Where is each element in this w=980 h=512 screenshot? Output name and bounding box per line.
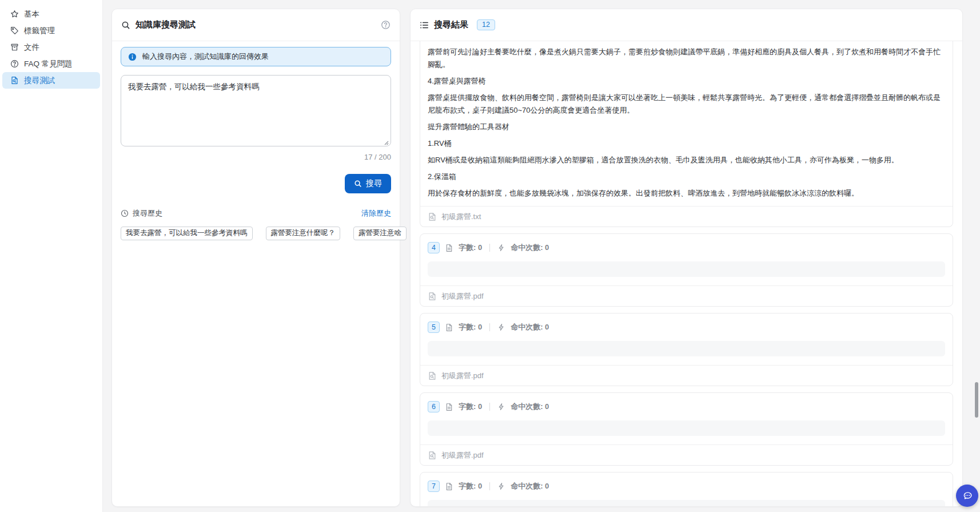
document-icon bbox=[445, 323, 453, 332]
char-counter: 17 / 200 bbox=[121, 153, 391, 161]
thunderbolt-icon bbox=[497, 403, 505, 411]
result-file-name: 初級露營.pdf bbox=[441, 371, 484, 381]
file-search-icon bbox=[428, 371, 437, 380]
result-card-4: 4 字數: 0 命中次數: 0 初級露營.pdf bbox=[420, 233, 953, 307]
info-alert-text: 輸入搜尋內容，測試知識庫的回傳效果 bbox=[142, 51, 269, 62]
result-file-name: 初級露營.pdf bbox=[441, 291, 484, 301]
result-paragraph: 如RV桶或是收納箱這類能夠阻絕雨水滲入的塑膠箱，適合放置換洗的衣物、毛巾及盥洗用… bbox=[428, 154, 945, 166]
sidebar-item-label: 搜尋測試 bbox=[24, 76, 55, 86]
result-paragraph: 2.保溫箱 bbox=[428, 170, 945, 183]
chat-button[interactable] bbox=[956, 485, 978, 507]
file-search-icon bbox=[428, 212, 437, 221]
history-chip[interactable]: 露營要注意啥 bbox=[353, 227, 407, 240]
thunderbolt-icon bbox=[497, 482, 505, 490]
search-icon bbox=[121, 21, 130, 30]
result-index-badge: 5 bbox=[428, 322, 440, 333]
empty-content-placeholder bbox=[428, 341, 945, 356]
result-file-name: 初級露營.txt bbox=[441, 212, 481, 222]
scrollbar-thumb[interactable] bbox=[975, 382, 978, 418]
result-card-text: 露營前可先討論好主餐要吃什麼，像是煮火鍋只需要大鍋子，需要煎炒食物則建議帶平底鍋… bbox=[420, 41, 953, 227]
search-results-panel: 搜尋結果 12 露營前可先討論好主餐要吃什麼，像是煮火鍋只需要大鍋子，需要煎炒食… bbox=[410, 9, 963, 507]
sidebar-item-tags[interactable]: 標籤管理 bbox=[2, 22, 100, 39]
result-paragraph: 用於保存食材的新鮮度，也能多放幾袋冰塊，加強保存的效果。出發前把飲料、啤酒放進去… bbox=[428, 187, 945, 200]
history-chip[interactable]: 我要去露營，可以給我一些參考資料嗎 bbox=[121, 227, 253, 240]
result-card-6: 6 字數: 0 命中次數: 0 初級露營.pdf bbox=[420, 392, 953, 466]
result-file-row: 初級露營.txt bbox=[420, 206, 953, 227]
thunderbolt-icon bbox=[497, 244, 505, 252]
thunderbolt-icon bbox=[497, 323, 505, 331]
empty-content-placeholder bbox=[428, 261, 945, 277]
result-paragraph: 露營桌提供擺放食物、飲料的用餐空間，露營椅則是讓大家可以坐著吃上一頓美味，輕鬆共… bbox=[428, 92, 945, 117]
result-stat-row: 4 字數: 0 命中次數: 0 bbox=[420, 234, 953, 261]
result-file-row: 初級露營.pdf bbox=[420, 444, 953, 465]
file-search-icon bbox=[428, 292, 437, 301]
resize-handle[interactable] bbox=[383, 140, 389, 145]
search-test-panel: 知識庫搜尋測試 輸入搜尋內容，測試知識庫的回傳效果 我要去露營，可以給我一些參考… bbox=[111, 9, 400, 507]
list-icon bbox=[420, 21, 429, 30]
clear-history-link[interactable]: 清除歷史 bbox=[361, 208, 391, 219]
result-paragraph: 提升露營體驗的工具器材 bbox=[428, 121, 945, 133]
result-paragraph: 1.RV桶 bbox=[428, 137, 945, 150]
search-button[interactable]: 搜尋 bbox=[345, 174, 391, 193]
file-search-icon bbox=[428, 451, 437, 460]
search-test-header: 知識庫搜尋測試 bbox=[112, 9, 400, 41]
result-card-7: 7 字數: 0 命中次數: 0 初級露營.pdf bbox=[420, 472, 953, 507]
history-chip-list: 我要去露營，可以給我一些參考資料嗎 露營要注意什麼呢？ 露營要注意啥 bbox=[121, 227, 391, 240]
results-header: 搜尋結果 12 bbox=[411, 9, 962, 41]
word-count-label: 字數: 0 bbox=[459, 243, 482, 253]
help-circle-icon[interactable] bbox=[381, 20, 391, 30]
result-text-block: 露營前可先討論好主餐要吃什麼，像是煮火鍋只需要大鍋子，需要煎炒食物則建議帶平底鍋… bbox=[420, 45, 953, 206]
clock-icon bbox=[121, 209, 129, 217]
history-title: 搜尋歷史 bbox=[133, 208, 162, 219]
search-query-textarea[interactable]: 我要去露營，可以給我一些參考資料嗎 bbox=[121, 75, 391, 146]
document-icon bbox=[445, 403, 453, 411]
chat-bubble-icon bbox=[961, 490, 974, 502]
star-icon bbox=[10, 10, 19, 18]
empty-content-placeholder bbox=[428, 420, 945, 436]
sidebar-item-label: FAQ 常見問題 bbox=[24, 59, 73, 69]
file-search-icon bbox=[10, 76, 19, 85]
word-count-label: 字數: 0 bbox=[459, 402, 482, 412]
hit-count-label: 命中次數: 0 bbox=[511, 481, 549, 491]
divider bbox=[489, 323, 490, 331]
divider bbox=[489, 403, 490, 411]
search-icon bbox=[354, 180, 362, 188]
question-circle-icon bbox=[10, 59, 19, 68]
result-stat-row: 5 字數: 0 命中次數: 0 bbox=[420, 313, 953, 341]
sidebar: 基本 標籤管理 文件 FAQ 常見問題 搜尋測試 bbox=[0, 0, 103, 512]
result-index-badge: 4 bbox=[428, 242, 440, 253]
result-file-name: 初級露營.pdf bbox=[441, 450, 484, 461]
result-card-5: 5 字數: 0 命中次數: 0 初級露營.pdf bbox=[420, 313, 953, 386]
sidebar-item-label: 文件 bbox=[24, 42, 39, 53]
results-scroll-area[interactable]: 露營前可先討論好主餐要吃什麼，像是煮火鍋只需要大鍋子，需要煎炒食物則建議帶平底鍋… bbox=[411, 41, 962, 507]
info-alert: 輸入搜尋內容，測試知識庫的回傳效果 bbox=[121, 47, 391, 66]
search-button-label: 搜尋 bbox=[366, 178, 382, 189]
hit-count-label: 命中次數: 0 bbox=[511, 322, 549, 332]
divider bbox=[489, 482, 490, 490]
page-title: 知識庫搜尋測試 bbox=[136, 19, 196, 30]
sidebar-item-faq[interactable]: FAQ 常見問題 bbox=[2, 55, 100, 72]
result-file-row: 初級露營.pdf bbox=[420, 285, 953, 306]
storage-box-icon bbox=[10, 43, 19, 51]
result-paragraph: 露營前可先討論好主餐要吃什麼，像是煮火鍋只需要大鍋子，需要煎炒食物則建議帶平底鍋… bbox=[428, 46, 945, 71]
tag-icon bbox=[10, 26, 19, 35]
results-title: 搜尋結果 bbox=[434, 19, 468, 30]
history-chip[interactable]: 露營要注意什麼呢？ bbox=[266, 227, 341, 240]
sidebar-item-label: 標籤管理 bbox=[24, 26, 55, 36]
result-paragraph: 4.露營桌與露營椅 bbox=[428, 75, 945, 88]
word-count-label: 字數: 0 bbox=[459, 481, 482, 491]
divider bbox=[489, 244, 490, 252]
sidebar-item-documents[interactable]: 文件 bbox=[2, 39, 100, 55]
hit-count-label: 命中次數: 0 bbox=[511, 402, 549, 412]
results-count-badge: 12 bbox=[477, 19, 495, 30]
info-icon bbox=[128, 53, 137, 61]
document-icon bbox=[445, 482, 453, 491]
sidebar-item-basic[interactable]: 基本 bbox=[2, 6, 100, 22]
word-count-label: 字數: 0 bbox=[459, 322, 482, 332]
result-file-row: 初級露營.pdf bbox=[420, 365, 953, 386]
hit-count-label: 命中次數: 0 bbox=[511, 243, 549, 253]
result-stat-row: 7 字數: 0 命中次數: 0 bbox=[420, 473, 953, 500]
sidebar-item-search-test[interactable]: 搜尋測試 bbox=[2, 72, 100, 89]
result-stat-row: 6 字數: 0 命中次數: 0 bbox=[420, 393, 953, 420]
result-index-badge: 7 bbox=[428, 481, 440, 492]
